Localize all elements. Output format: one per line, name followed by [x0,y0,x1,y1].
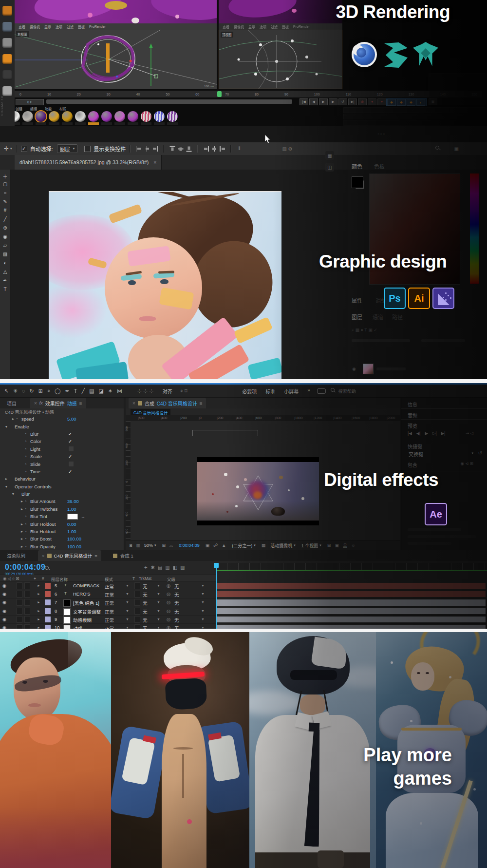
crop-tool[interactable]: # [4,208,7,214]
c4d-timeline-playhead[interactable] [217,91,222,97]
workspace-tab[interactable]: 标准 [265,387,275,395]
dodge-tool[interactable]: △ [3,269,7,275]
search-icon[interactable] [331,388,336,394]
trkmat-value[interactable]: 无 [143,625,148,629]
col-mode[interactable]: 模式 [105,576,113,582]
toggle-cell[interactable] [24,616,30,623]
chevron-down-icon[interactable]: ▼ [157,609,160,613]
brush-panel-icon[interactable]: ◫ [325,163,334,172]
menu-item[interactable]: ProRender [89,25,106,28]
show-transform-checkbox[interactable] [84,146,91,152]
twirl-icon[interactable]: ► [19,537,24,540]
snapshot-icon[interactable]: ▣ [206,543,210,548]
auto-select-checkbox[interactable]: ✓ [21,146,27,152]
timeline-layer-row[interactable]: ◉ ► 9 T 动感模糊 正常 ▼ 无 ▼ ◎ 无 ▼ [0,616,487,624]
transport-button[interactable]: ▶ [425,431,429,436]
c4d-timeline-ruler[interactable]: 0102030405060708090100110120130140150 [15,91,482,97]
marquee-tool[interactable]: ▢ [3,181,7,188]
eye-icon[interactable]: ◉ [2,583,6,588]
toggle-cell[interactable] [17,591,22,598]
layer-thumbnail[interactable] [363,364,374,374]
material-swatch[interactable] [75,111,86,125]
panel-menu-icon[interactable]: ≡ [79,401,82,406]
lasso-tool[interactable]: ○ [3,190,6,196]
keyframe-button[interactable]: ◆ [387,99,396,106]
parent-value[interactable]: 无 [174,617,179,623]
pickwhip-icon[interactable]: ◎ [167,617,170,622]
layers-icon[interactable] [2,22,12,32]
toggle-cell[interactable] [17,608,22,615]
effect-property-row[interactable]: ► ◔ Blur Twitches 1.00 → [0,505,124,513]
chevron-down-icon[interactable]: ▾ [319,543,321,547]
layer-name[interactable]: 文字背景调整 [73,608,101,615]
floor-object-icon[interactable] [2,70,12,80]
pickwhip-icon[interactable]: ◎ [167,625,170,629]
align-center-icon[interactable] [144,146,150,152]
blend-mode-value[interactable]: 正常 [105,608,114,615]
chevron-down-icon[interactable]: ▼ [201,609,205,613]
distribute-icon[interactable] [220,146,225,152]
timeline-playhead[interactable] [216,563,217,629]
property-value[interactable]: 0.00 [67,521,76,527]
twirl-icon[interactable]: ► [37,617,40,621]
grid-guides-icon[interactable]: ⊞ [162,543,166,548]
effect-property-row[interactable]: ◔ Light → [0,445,124,453]
material-swatch[interactable] [61,111,73,125]
parent-value[interactable]: 无 [174,583,179,590]
move-tool-icon[interactable]: ✛ [4,145,9,152]
tab-composition[interactable]: × 合成 C4D 音乐风格设计 ≡ [129,398,206,408]
menu-item[interactable]: 过滤 [67,24,74,29]
clone-stamp-tool[interactable]: ▱ [3,243,7,249]
chevron-down-icon[interactable]: ▼ [201,592,205,596]
toggle-cell[interactable] [24,582,30,589]
checkbox-unchecked[interactable] [68,461,74,467]
pickwhip-icon[interactable]: ◎ [167,599,170,605]
chevron-down-icon[interactable]: ▼ [201,600,205,604]
toggle-cell[interactable] [24,599,30,606]
menu-item[interactable]: 选项 [56,24,62,29]
auto-select-target-dropdown[interactable]: 图层 ▾ [57,144,78,153]
menu-item[interactable]: 显示 [44,24,51,29]
twirl-icon[interactable]: ▼ [4,425,9,428]
zoom-tool[interactable]: ◌ [22,388,25,394]
toggle-cell[interactable] [17,599,22,606]
chevron-down-icon[interactable]: ▾ [254,543,256,547]
selection-tool[interactable]: ↖ [4,388,9,394]
transport-button[interactable]: ▶| [348,98,357,105]
col-parent[interactable]: 父级 [167,576,175,582]
toggle-cell[interactable] [17,624,22,629]
layer-duration-bar[interactable] [216,617,486,622]
toggle-cell[interactable] [17,616,22,623]
twirl-icon[interactable]: ► [37,584,40,587]
align-panel-label[interactable]: 对齐 [163,387,172,395]
effect-property-row[interactable]: ► ◔ Blur Amount 36.00 → [0,498,124,505]
align-left-icon[interactable] [136,146,142,152]
chevron-down-icon[interactable]: ▾ [294,543,296,547]
trkmat-value[interactable]: 无 [143,591,148,598]
close-icon[interactable]: × [132,401,135,406]
tab-color[interactable]: 颜色 [352,162,362,170]
pen-tool[interactable]: ✒ [3,278,7,284]
effect-property-row[interactable]: ► ◔ Blur Holdout 0.00 → [0,520,124,527]
flowchart-icon[interactable]: ☼ [351,543,355,548]
eyedropper-icon[interactable]: → [81,514,85,519]
history-panel-icon[interactable]: ▦ [325,151,334,160]
property-value[interactable]: 100.00 [67,536,81,541]
reset-icon[interactable]: ↺ [478,450,482,456]
col-layer-name[interactable]: 图层名称 [51,576,68,582]
eye-icon[interactable]: ◉ [2,591,6,597]
toggle-cell[interactable] [17,582,22,589]
property-value[interactable]: 1.00 [67,529,76,534]
chevron-down-icon[interactable]: ▼ [126,609,129,613]
view-layout-value[interactable]: 1 个视图 [301,542,318,549]
align-bottom-icon[interactable] [186,146,191,152]
tab-layers[interactable]: 图层 [352,313,362,321]
material-swatch[interactable] [153,111,165,125]
record-button[interactable]: ▾ [377,98,386,105]
align-right-icon[interactable] [152,146,158,152]
material-swatch[interactable] [140,111,152,125]
twirl-icon[interactable]: ▼ [11,492,16,496]
timeline-icon[interactable]: 品 [343,542,347,549]
blend-mode-value[interactable]: 正常 [105,599,114,606]
eye-icon[interactable]: ◉ [2,625,6,629]
